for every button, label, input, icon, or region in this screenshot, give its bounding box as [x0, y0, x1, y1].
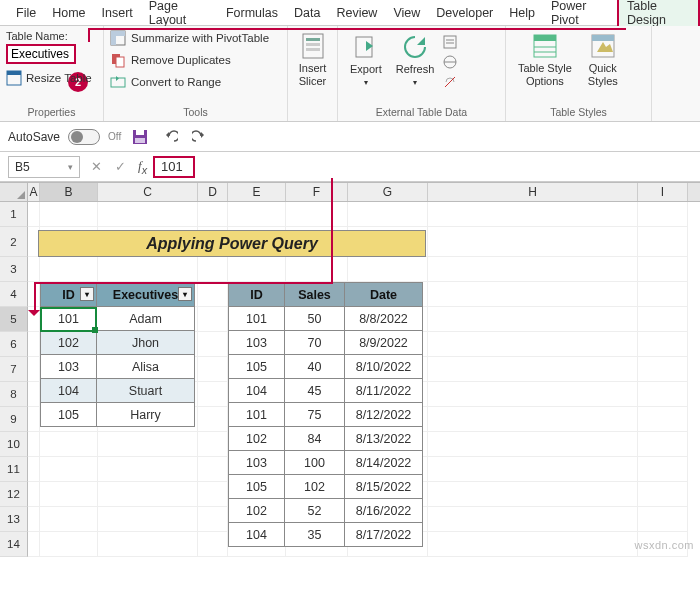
table-row[interactable]: 104458/11/2022	[229, 379, 423, 403]
convert-range-label: Convert to Range	[131, 76, 221, 88]
row-13[interactable]: 13	[0, 507, 28, 532]
table-row[interactable]: 105408/10/2022	[229, 355, 423, 379]
exec-header-name: Executives	[113, 288, 178, 302]
autosave-knob	[71, 131, 83, 143]
table-row[interactable]: 101Adam	[41, 307, 195, 331]
col-I[interactable]: I	[638, 183, 688, 201]
quick-styles-label: Quick Styles	[588, 62, 618, 88]
table-row[interactable]: 1051028/15/2022	[229, 475, 423, 499]
filter-icon[interactable]: ▾	[80, 287, 94, 301]
insert-slicer-label: Insert Slicer	[299, 62, 327, 88]
row-14[interactable]: 14	[0, 532, 28, 557]
filter-icon[interactable]: ▾	[178, 287, 192, 301]
save-button[interactable]	[129, 126, 151, 148]
row-4[interactable]: 4	[0, 282, 28, 307]
tab-file[interactable]: File	[8, 2, 44, 24]
row-11[interactable]: 11	[0, 457, 28, 482]
redo-button[interactable]	[189, 126, 211, 148]
export-icon	[352, 33, 380, 61]
unlink-icon[interactable]	[442, 74, 458, 90]
openbrowser-icon[interactable]	[442, 54, 458, 70]
properties-icon[interactable]	[442, 34, 458, 50]
fx-icon[interactable]: fx	[132, 158, 153, 176]
tablename-label: Table Name:	[6, 30, 97, 42]
cancel-formula-button[interactable]: ✕	[84, 159, 108, 174]
tab-insert[interactable]: Insert	[94, 2, 141, 24]
formula-value[interactable]: 101	[153, 156, 195, 178]
row-12[interactable]: 12	[0, 482, 28, 507]
remove-dupes-icon	[110, 52, 126, 68]
col-A[interactable]: A	[28, 183, 40, 201]
autosave-toggle[interactable]	[68, 129, 100, 145]
export-button[interactable]: Export ▾	[344, 30, 388, 90]
chevron-down-icon: ▾	[413, 78, 417, 88]
style-options-button[interactable]: Table Style Options	[512, 30, 578, 90]
col-H[interactable]: H	[428, 183, 638, 201]
sales-table: ID Sales Date 101508/8/2022 103708/9/202…	[228, 282, 423, 547]
tab-help[interactable]: Help	[501, 2, 543, 24]
row-9[interactable]: 9	[0, 407, 28, 432]
row-1[interactable]: 1	[0, 202, 28, 227]
row-headers: 1 2 3 4 5 6 7 8 9 10 11 12 13 14	[0, 202, 28, 557]
col-D[interactable]: D	[198, 183, 228, 201]
table-row[interactable]: 102Jhon	[41, 331, 195, 355]
table-row[interactable]: 104Stuart	[41, 379, 195, 403]
export-label: Export	[350, 63, 382, 76]
worksheet-grid: 1 2 3 4 5 6 7 8 9 10 11 12 13 14 Applyin…	[0, 202, 700, 557]
col-C[interactable]: C	[98, 183, 198, 201]
tab-review[interactable]: Review	[328, 2, 385, 24]
svg-rect-20	[534, 35, 556, 41]
resize-table-button[interactable]: Resize Table	[6, 70, 97, 86]
row-7[interactable]: 7	[0, 357, 28, 382]
exec-header-id: ID	[62, 288, 75, 302]
cells-area[interactable]: Applying Power Query ID▾ Executives▾ 101…	[28, 202, 700, 557]
refresh-label: Refresh	[396, 63, 435, 76]
enter-formula-button[interactable]: ✓	[108, 159, 132, 174]
tab-view[interactable]: View	[385, 2, 428, 24]
ribbon-content: 2 Table Name: Resize Table Properties Su…	[0, 26, 700, 122]
select-all-corner[interactable]	[0, 183, 28, 201]
col-E[interactable]: E	[228, 183, 286, 201]
col-F[interactable]: F	[286, 183, 348, 201]
svg-rect-7	[111, 78, 125, 87]
row-5[interactable]: 5	[0, 307, 28, 332]
table-row[interactable]: 102848/13/2022	[229, 427, 423, 451]
remove-dupes-label: Remove Duplicates	[131, 54, 231, 66]
tab-data[interactable]: Data	[286, 2, 328, 24]
table-row[interactable]: 102528/16/2022	[229, 499, 423, 523]
name-box[interactable]: B5 ▾	[8, 156, 80, 178]
properties-group-label: Properties	[6, 106, 97, 121]
row-2[interactable]: 2	[0, 227, 28, 257]
tab-home[interactable]: Home	[44, 2, 93, 24]
refresh-button[interactable]: Refresh ▾	[390, 30, 441, 90]
row-8[interactable]: 8	[0, 382, 28, 407]
table-row[interactable]: 101508/8/2022	[229, 307, 423, 331]
autosave-label: AutoSave	[8, 130, 60, 144]
undo-button[interactable]	[159, 126, 181, 148]
tab-tabledesign-label: Table Design	[627, 0, 666, 27]
table-row[interactable]: 103708/9/2022	[229, 331, 423, 355]
tab-formulas[interactable]: Formulas	[218, 2, 286, 24]
tab-developer[interactable]: Developer	[428, 2, 501, 24]
insert-slicer-button[interactable]: Insert Slicer	[293, 30, 333, 90]
table-row[interactable]: 104358/17/2022	[229, 523, 423, 547]
tablename-input[interactable]	[6, 44, 76, 64]
table-row[interactable]: 103Alisa	[41, 355, 195, 379]
row-6[interactable]: 6	[0, 332, 28, 357]
row-10[interactable]: 10	[0, 432, 28, 457]
table-row[interactable]: 105Harry	[41, 403, 195, 427]
row-3[interactable]: 3	[0, 257, 28, 282]
quick-styles-button[interactable]: Quick Styles	[582, 30, 624, 90]
col-G[interactable]: G	[348, 183, 428, 201]
autosave-state: Off	[108, 131, 121, 142]
table-row[interactable]: 1031008/14/2022	[229, 451, 423, 475]
summarize-pivot-button[interactable]: Summarize with PivotTable	[110, 30, 281, 46]
formula-bar: B5 ▾ ✕ ✓ fx 101	[0, 152, 700, 182]
table-row[interactable]: 101758/12/2022	[229, 403, 423, 427]
remove-duplicates-button[interactable]: Remove Duplicates	[110, 52, 281, 68]
svg-rect-13	[444, 36, 456, 48]
col-B[interactable]: B	[40, 183, 98, 201]
ribbon-group-tools: Summarize with PivotTable Remove Duplica…	[104, 26, 288, 121]
arrow-down-icon	[28, 310, 40, 322]
convert-range-button[interactable]: Convert to Range	[110, 74, 281, 90]
